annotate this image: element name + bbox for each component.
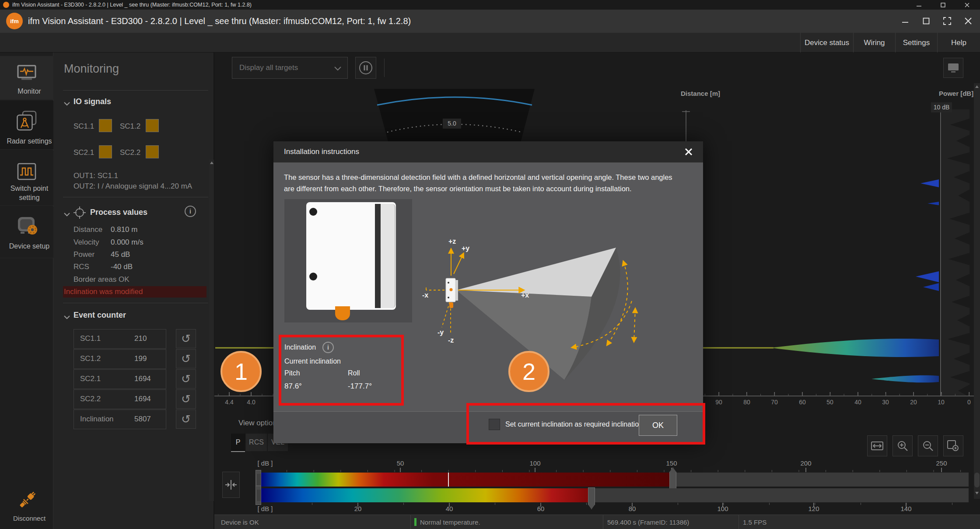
annotation-step-2: 2 <box>508 351 550 392</box>
center-arrows-icon <box>224 479 238 490</box>
dialog-titlebar: Installation instructions <box>273 141 703 163</box>
menu-item-device-status[interactable]: Device status <box>800 33 853 53</box>
colorbar-tick: 20 <box>348 505 368 512</box>
app-fullscreen-button[interactable] <box>940 14 955 28</box>
sidebar-item-label: Device setup <box>0 242 59 251</box>
sidebar-item-monitor[interactable]: Monitor <box>0 56 53 100</box>
reset-counter-button[interactable]: ↺ <box>176 329 196 348</box>
axis-label-pos-y: +y <box>462 245 469 252</box>
dialog-close-button[interactable] <box>681 145 696 158</box>
os-app-icon <box>3 2 9 8</box>
io-signal-label: SC2.2 <box>120 148 140 157</box>
counter-label: SC2.2 <box>80 395 101 403</box>
app-window: ifm Vision Assistant - E3D300 - 2.8.2.0 … <box>0 0 980 529</box>
status-bar: Device is OK Normal temperature. 569.400… <box>214 515 980 529</box>
process-row-value: 45 dB <box>111 250 130 259</box>
zoom-out-button[interactable] <box>918 435 938 456</box>
power-tick-label: 20 <box>906 399 920 406</box>
chevron-down-icon[interactable] <box>64 315 70 319</box>
menu-item-wiring[interactable]: Wiring <box>853 33 895 53</box>
event-counter-row: Inclination 5807 <box>74 410 166 429</box>
annotation-box-inclination <box>279 335 404 406</box>
reset-counter-button[interactable]: ↺ <box>176 389 196 409</box>
process-row-value: -40 dB <box>111 263 133 271</box>
counter-value: 199 <box>134 354 147 363</box>
distance-tick-label: 4.0 <box>244 399 258 406</box>
annotation-box-confirm <box>466 403 705 445</box>
device-status-text: Device is OK <box>221 518 259 526</box>
sensor-image <box>284 199 412 322</box>
colorbar-tick: 120 <box>804 505 823 512</box>
zoom-in-button[interactable] <box>892 435 913 456</box>
sidebar: Monitor Radar settings Switch point sett… <box>0 53 53 529</box>
scrollbar-thumb[interactable] <box>974 473 980 487</box>
temperature-status-text: Normal temperature. <box>420 518 480 526</box>
sidebar-item-switch-point[interactable]: Switch point setting <box>0 151 53 206</box>
power-colorbar-gradient <box>260 473 673 487</box>
axis-label-neg-z: -z <box>448 336 454 344</box>
app-close-button[interactable] <box>961 14 976 28</box>
menu-item-help[interactable]: Help <box>937 33 980 53</box>
sensor-housing-edge <box>375 204 381 308</box>
reset-counter-button[interactable]: ↺ <box>176 349 196 368</box>
link-ranges-button[interactable] <box>222 472 240 498</box>
colorbar-tick: 80 <box>623 505 642 512</box>
main-scrollbar[interactable] <box>974 83 980 499</box>
border-areas-status: Border areas OK <box>74 275 130 284</box>
sidebar-item-label: Radar settings <box>0 137 59 146</box>
colorbar-unit: [ dB ] <box>255 505 275 512</box>
app-maximize-button[interactable] <box>919 14 934 28</box>
colorbar-tick: 100 <box>525 459 545 467</box>
panel-scrollbar[interactable] <box>209 160 214 501</box>
divider <box>63 90 208 91</box>
io-signal-label: SC2.1 <box>74 148 94 157</box>
temperature-status-icon <box>414 518 416 526</box>
fps-text: 1.5 FPS <box>743 518 766 526</box>
power-tick-label: 60 <box>795 399 809 406</box>
sidebar-item-device-setup[interactable]: Device setup <box>0 207 53 258</box>
out2-assignment: OUT2: I / Analogue signal 4...20 mA <box>74 182 192 191</box>
out1-assignment: OUT1: SC1.1 <box>74 172 118 180</box>
app-minimize-button[interactable] <box>898 14 913 28</box>
os-minimize-button[interactable] <box>911 0 927 10</box>
power-tick-label: 90 <box>712 399 726 406</box>
zoom-region-button[interactable] <box>943 435 963 456</box>
menu-item-settings[interactable]: Settings <box>895 33 937 53</box>
power-tick-label: 30 <box>878 399 892 406</box>
os-maximize-button[interactable] <box>935 0 951 10</box>
colorbar-tick: 40 <box>440 505 459 512</box>
monitoring-panel: Monitoring IO signals SC1.1 SC1.2 SC2.1 … <box>53 53 214 529</box>
sidebar-item-label: Monitor <box>0 87 59 96</box>
chevron-down-icon[interactable] <box>64 213 70 217</box>
reset-counter-button[interactable]: ↺ <box>176 410 196 429</box>
event-counter-row: SC1.1 210 <box>74 329 166 349</box>
sidebar-item-disconnect[interactable]: Disconnect <box>0 490 53 528</box>
info-icon[interactable]: i <box>185 206 196 217</box>
power-tick-label: 80 <box>740 399 754 406</box>
app-titlebar: ifm ifm Vision Assistant - E3D300 - 2.8.… <box>0 10 980 33</box>
annotation-step-1: 1 <box>220 351 262 392</box>
axis-label-neg-y: -y <box>438 329 444 336</box>
power-colorbar <box>260 473 969 487</box>
colorbar-min-handle[interactable] <box>256 486 261 505</box>
os-close-button[interactable] <box>959 0 975 10</box>
scroll-up-icon <box>975 85 979 88</box>
io-signal-label: SC1.2 <box>120 122 140 131</box>
axis-label-pos-z: +z <box>448 238 456 245</box>
sidebar-item-radar-settings[interactable]: Radar settings <box>0 101 53 150</box>
colorbar-tick: 140 <box>896 505 916 512</box>
counter-label: Inclination <box>80 415 114 424</box>
io-signal-indicator <box>99 119 112 132</box>
process-row-label: Power <box>74 250 94 259</box>
app-window-title: ifm Vision Assistant - E3D300 - 2.8.2.0 … <box>28 10 411 33</box>
tab-p[interactable]: P <box>231 434 245 451</box>
fit-width-button[interactable] <box>867 435 887 456</box>
tab-rcs[interactable]: RCS <box>246 434 267 451</box>
colorbar-tick: 150 <box>662 459 681 467</box>
menu-items: Device status Wiring Settings Help <box>800 33 980 53</box>
event-counter-row: SC2.2 1694 <box>74 389 166 409</box>
reset-counter-button[interactable]: ↺ <box>176 369 196 389</box>
power-value-marker <box>448 473 449 487</box>
sensor-screw <box>309 273 317 280</box>
chevron-down-icon[interactable] <box>64 102 70 106</box>
